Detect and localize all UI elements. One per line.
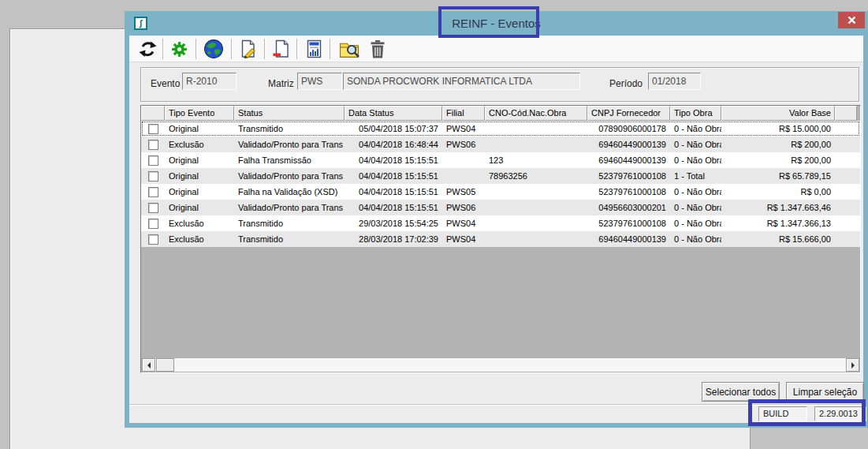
refresh-button[interactable] xyxy=(137,39,158,59)
row-checkbox[interactable] xyxy=(148,140,158,150)
table-cell: 1 - Total xyxy=(670,168,721,184)
table-cell xyxy=(835,215,857,231)
reinf-eventos-dialog: ∫ REINF - Eventos xyxy=(125,11,868,428)
table-cell: 04/04/2018 15:15:51 xyxy=(345,168,442,184)
evento-field[interactable]: R-2010 xyxy=(182,73,237,90)
matriz-name-field[interactable]: SONDA PROCWORK INFORMATICA LTDA xyxy=(343,73,580,90)
search-folder-button[interactable] xyxy=(337,38,361,60)
desktop: ∫ Matriz PWS xyxy=(0,0,868,449)
table-cell: R$ 200,00 xyxy=(721,137,835,152)
periodo-label: Período xyxy=(609,78,643,89)
table-cell xyxy=(141,200,165,215)
table-row[interactable]: ExclusãoTransmitido28/03/2018 17:02:39PW… xyxy=(141,231,860,247)
table-cell: PWS06 xyxy=(442,200,485,215)
column-header[interactable]: Status xyxy=(234,106,345,121)
column-header[interactable]: CNO-Cód.Nac.Obra xyxy=(485,106,587,121)
table-cell xyxy=(835,137,857,152)
table-cell: Original xyxy=(165,152,234,168)
column-header[interactable]: Valor Base xyxy=(721,106,835,121)
table-cell xyxy=(835,231,857,247)
table-row[interactable]: OriginalValidado/Pronto para Trans04/04/… xyxy=(141,200,860,215)
matriz-code-field[interactable]: PWS xyxy=(297,73,342,90)
toolbar-separator xyxy=(196,39,197,59)
table-cell: 69460449000139 xyxy=(587,231,670,247)
table-row[interactable]: OriginalFalha na Validação (XSD)04/04/20… xyxy=(141,184,860,200)
table-cell: Validado/Pronto para Trans xyxy=(234,200,345,215)
table-cell: 0 - Não Obra xyxy=(670,184,721,200)
table-cell: 04/04/2018 16:48:44 xyxy=(345,137,442,152)
table-cell: PWS04 xyxy=(442,215,485,231)
table-cell: 0 - Não Obra xyxy=(670,231,721,247)
table-row[interactable]: OriginalValidado/Pronto para Trans04/04/… xyxy=(141,168,860,184)
table-row[interactable]: OriginalTransmitido05/04/2018 15:07:37PW… xyxy=(141,121,860,137)
scrollbar-thumb[interactable] xyxy=(156,358,174,372)
column-header[interactable]: Tipo Obra xyxy=(670,106,721,121)
events-table: Tipo EventoStatusData StatusFilialCNO-Có… xyxy=(140,105,861,373)
table-cell xyxy=(141,168,165,184)
table-cell: 78963256 xyxy=(485,168,587,184)
column-header[interactable]: Filial xyxy=(442,106,485,121)
table-cell: R$ 1.347.366,13 xyxy=(721,215,835,231)
table-cell xyxy=(442,168,485,184)
column-header[interactable]: Tipo Evento xyxy=(165,106,234,121)
table-cell: PWS04 xyxy=(442,231,485,247)
clear-selection-label: Limpar seleção xyxy=(793,387,857,398)
table-cell: Transmitido xyxy=(234,215,345,231)
horizontal-scrollbar[interactable] xyxy=(142,358,859,372)
table-cell: 52379761000108 xyxy=(587,215,670,231)
column-header[interactable] xyxy=(835,106,857,121)
table-cell xyxy=(835,184,857,200)
report-button[interactable] xyxy=(304,39,324,59)
table-cell: 28/03/2018 17:02:39 xyxy=(345,231,442,247)
scrollbar-track[interactable] xyxy=(155,358,846,372)
table-cell: Transmitido xyxy=(234,121,345,137)
toolbar-separator xyxy=(330,39,331,59)
close-button[interactable] xyxy=(838,12,865,28)
web-button[interactable] xyxy=(203,38,225,60)
refresh-icon xyxy=(139,40,157,58)
column-header[interactable]: CNPJ Fornecedor xyxy=(587,106,670,121)
table-cell: R$ 65.789,15 xyxy=(721,168,835,184)
toolbar-separator xyxy=(231,39,233,59)
row-checkbox[interactable] xyxy=(148,219,158,229)
table-cell xyxy=(485,231,587,247)
table-cell xyxy=(141,152,165,168)
row-checkbox[interactable] xyxy=(148,203,158,213)
table-cell: Original xyxy=(165,121,234,137)
gear-icon xyxy=(170,40,188,58)
evento-label: Evento xyxy=(151,78,180,89)
title-annotation-box xyxy=(438,6,539,38)
scroll-left-button[interactable] xyxy=(142,358,155,372)
globe-icon xyxy=(203,39,224,59)
row-checkbox[interactable] xyxy=(148,171,158,181)
remove-document-button[interactable] xyxy=(270,39,291,59)
toolbar-separator xyxy=(264,39,266,59)
periodo-field[interactable]: 01/2018 xyxy=(648,73,701,90)
table-cell: Falha na Validação (XSD) xyxy=(234,184,345,200)
table-row[interactable]: ExclusãoTransmitido29/03/2018 15:54:25PW… xyxy=(141,215,860,231)
column-header[interactable]: Data Status xyxy=(345,106,442,121)
settings-button[interactable] xyxy=(169,39,189,59)
table-row[interactable]: OriginalFalha Transmissão04/04/2018 15:1… xyxy=(141,152,860,168)
row-checkbox[interactable] xyxy=(148,155,158,166)
row-checkbox[interactable] xyxy=(148,124,158,134)
table-cell: R$ 15.666,00 xyxy=(721,231,835,247)
table-cell: 0 - Não Obra xyxy=(670,121,721,137)
table-cell: PWS04 xyxy=(442,121,485,137)
column-header[interactable] xyxy=(141,106,165,121)
table-row[interactable]: ExclusãoValidado/Pronto para Trans04/04/… xyxy=(141,137,860,152)
table-cell: 07890906000178 xyxy=(587,121,670,137)
edit-document-button[interactable] xyxy=(238,39,259,59)
delete-button[interactable] xyxy=(367,38,388,60)
table-cell: Transmitido xyxy=(234,231,345,247)
table-cell: Exclusão xyxy=(165,231,234,247)
row-checkbox[interactable] xyxy=(148,187,158,197)
scroll-right-button[interactable] xyxy=(846,358,859,372)
close-icon xyxy=(848,16,856,24)
table-cell: 04/04/2018 15:15:51 xyxy=(345,152,442,168)
row-checkbox[interactable] xyxy=(148,234,158,245)
table-cell xyxy=(141,184,165,200)
table-cell xyxy=(485,137,587,152)
toolbar-separator xyxy=(162,39,164,59)
table-cell: 05/04/2018 15:07:37 xyxy=(345,121,442,137)
